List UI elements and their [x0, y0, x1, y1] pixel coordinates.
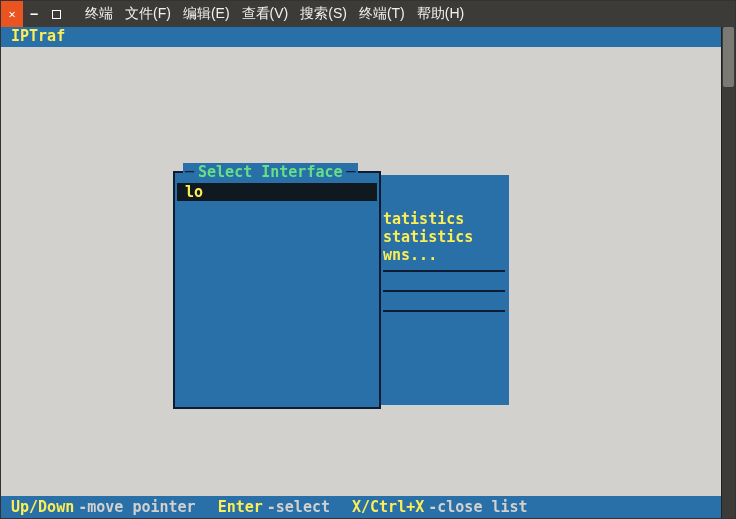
app-window: ✕ — 终端 文件(F) 编辑(E) 查看(V) 搜索(S) 终端(T) 帮助(…: [0, 0, 736, 519]
interface-list[interactable]: lo: [177, 183, 377, 201]
minimize-button[interactable]: —: [23, 1, 45, 27]
separator: [383, 310, 505, 312]
maximize-button[interactable]: [45, 1, 67, 27]
dialog-title-text: Select Interface: [198, 163, 343, 181]
close-icon: ✕: [8, 7, 15, 21]
select-interface-dialog: ─ Select Interface ─ lo: [173, 171, 381, 409]
menu-file[interactable]: 文件(F): [125, 5, 171, 23]
minimize-icon: —: [30, 7, 37, 21]
dash-icon: ─: [347, 163, 356, 181]
hint-key-close: X/Ctrl+X: [352, 498, 424, 516]
menu-edit[interactable]: 编辑(E): [183, 5, 230, 23]
hint-text-move: -move pointer: [78, 498, 195, 516]
dialog-title: ─ Select Interface ─: [183, 163, 358, 181]
bg-line: statistics: [383, 228, 505, 246]
menu-view[interactable]: 查看(V): [242, 5, 289, 23]
vertical-scrollbar[interactable]: [721, 27, 735, 518]
titlebar: ✕ — 终端 文件(F) 编辑(E) 查看(V) 搜索(S) 终端(T) 帮助(…: [1, 1, 735, 27]
menu-help[interactable]: 帮助(H): [417, 5, 464, 23]
hint-key-updown: Up/Down: [11, 498, 74, 516]
bg-line: tatistics: [383, 210, 505, 228]
app-title: IPTraf: [11, 27, 65, 45]
dash-icon: ─: [185, 163, 194, 181]
app-title-row: [1, 27, 721, 47]
terminal-area: IPTraf tatistics statistics wns... ─ Sel…: [1, 27, 735, 518]
menu-terminal-label[interactable]: 终端: [85, 5, 113, 23]
menu-terminal[interactable]: 终端(T): [359, 5, 405, 23]
terminal[interactable]: IPTraf tatistics statistics wns... ─ Sel…: [1, 27, 721, 518]
window-controls: ✕ —: [1, 1, 67, 27]
separator: [383, 290, 505, 292]
hint-text-select: -select: [267, 498, 330, 516]
hint-key-enter: Enter: [218, 498, 263, 516]
background-menu-panel: tatistics statistics wns...: [379, 175, 509, 405]
status-bar: Up/Down -move pointer Enter -select X/Ct…: [1, 496, 721, 518]
close-button[interactable]: ✕: [1, 1, 23, 27]
menu-search[interactable]: 搜索(S): [300, 5, 347, 23]
bg-line: wns...: [383, 246, 505, 264]
maximize-icon: [52, 10, 61, 19]
menu-bar: 终端 文件(F) 编辑(E) 查看(V) 搜索(S) 终端(T) 帮助(H): [85, 5, 464, 23]
hint-text-close: -close list: [428, 498, 527, 516]
list-item[interactable]: lo: [177, 183, 377, 201]
scrollbar-thumb[interactable]: [723, 27, 734, 87]
separator: [383, 270, 505, 272]
